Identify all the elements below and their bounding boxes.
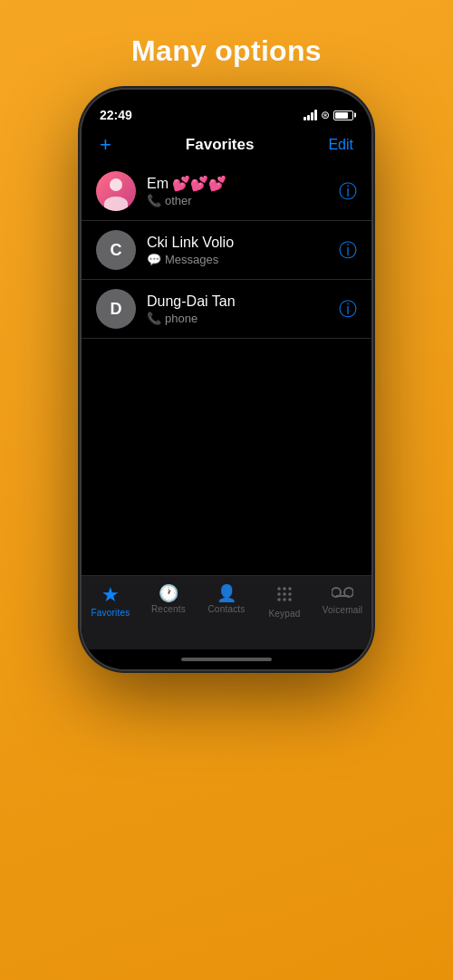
battery-icon [333,110,353,120]
wifi-icon: ⊛ [321,109,330,121]
svg-point-4 [283,592,286,596]
contact-name-dung: Dung-Dai Tan [147,293,328,310]
contact-info-cki: Cki Link Volio 💬 Messages [147,235,328,266]
svg-point-5 [288,592,292,596]
favorites-list: Em 💕💕💕 📞 other ⓘ C Cki Link Volio 💬 [82,162,371,575]
info-button-em[interactable]: ⓘ [339,179,357,204]
recents-icon: 🕐 [159,585,178,601]
nav-bar: + Favorites Edit [82,130,371,162]
favorites-icon: ★ [101,585,120,605]
notch [168,90,285,115]
info-button-dung[interactable]: ⓘ [339,297,357,322]
svg-point-2 [288,587,292,591]
contact-name-cki: Cki Link Volio [147,235,328,251]
tab-voicemail[interactable]: Voicemail [313,585,371,615]
avatar-cki: C [96,230,136,270]
svg-point-1 [283,587,286,591]
tab-keypad[interactable]: Keypad [255,585,313,619]
contact-item-dung[interactable]: D Dung-Dai Tan 📞 phone ⓘ [82,280,371,339]
tab-bar: ★ Favorites 🕐 Recents 👤 Contacts [82,575,371,649]
contact-sub-cki: 💬 Messages [147,253,328,266]
svg-point-8 [288,598,292,601]
message-icon-cki: 💬 [147,253,161,266]
contact-info-em: Em 💕💕💕 📞 other [147,175,328,207]
svg-rect-11 [336,595,349,597]
contact-sub-em: 📞 other [147,194,328,207]
phone-icon-em: 📞 [147,194,161,207]
home-bar [181,658,272,661]
avatar-em [96,171,136,211]
avatar-dung: D [96,289,136,329]
voicemail-icon [332,585,353,602]
home-indicator [82,649,371,669]
info-button-cki[interactable]: ⓘ [339,238,357,263]
contact-name-em: Em 💕💕💕 [147,175,328,192]
edit-button[interactable]: Edit [328,137,353,153]
keypad-icon [275,585,294,606]
status-time: 22:49 [100,108,132,122]
tab-favorites[interactable]: ★ Favorites [82,585,140,618]
nav-title: Favorites [186,136,255,154]
signal-icon [304,110,317,120]
svg-point-3 [277,592,281,596]
add-favorite-button[interactable]: + [100,135,111,155]
svg-point-0 [277,587,281,591]
contact-item-cki[interactable]: C Cki Link Volio 💬 Messages ⓘ [82,221,371,280]
contact-info-dung: Dung-Dai Tan 📞 phone [147,293,328,325]
contact-item-em[interactable]: Em 💕💕💕 📞 other ⓘ [82,162,371,221]
phone-screen: 22:49 ⊛ + Favorites Edit [82,90,371,669]
status-icons: ⊛ [304,109,353,121]
svg-point-7 [283,598,286,601]
contacts-icon: 👤 [217,585,236,601]
tab-recents[interactable]: 🕐 Recents [140,585,198,614]
tab-contacts[interactable]: 👤 Contacts [198,585,255,614]
phone-mockup: 22:49 ⊛ + Favorites Edit [82,90,371,669]
phone-icon-dung: 📞 [147,312,161,325]
page-title: Many options [131,34,322,68]
svg-point-6 [277,598,281,601]
contact-sub-dung: 📞 phone [147,312,328,325]
